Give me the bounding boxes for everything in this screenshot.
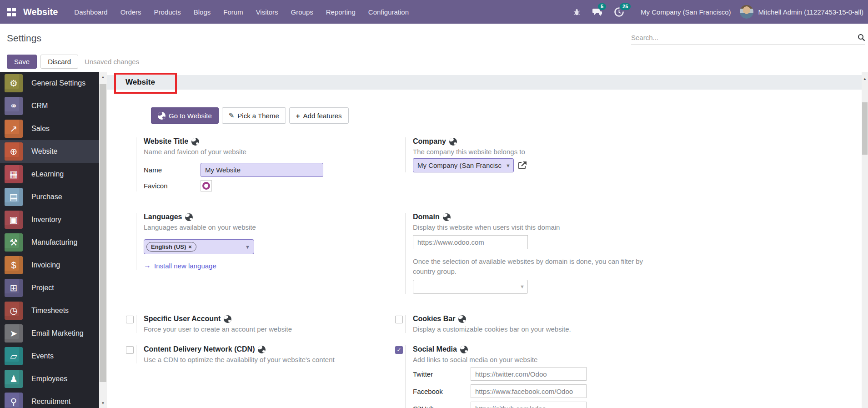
sidebar-item-project[interactable]: ⊞Project <box>0 277 99 299</box>
add-features-button[interactable]: + Add features <box>289 107 349 124</box>
website-scope-icon <box>458 315 466 323</box>
domain-input[interactable] <box>413 235 528 249</box>
sidebar-item-inventory[interactable]: ▣Inventory <box>0 208 99 231</box>
sidebar-item-manufacturing[interactable]: ⚒Manufacturing <box>0 231 99 254</box>
sidebar-item-events[interactable]: ▱Events <box>0 345 99 368</box>
nav-item-dashboard[interactable]: Dashboard <box>68 0 114 24</box>
specific-user-checkbox[interactable] <box>126 316 134 323</box>
nav-item-products[interactable]: Products <box>148 0 187 24</box>
setting-social-media: ✓ Social Media Add links to social media… <box>391 345 661 408</box>
setting-cdn: Content Delivery Network (CDN) Use a CDN… <box>122 345 391 408</box>
sidebar-item-label: Inventory <box>31 216 61 224</box>
pick-theme-button[interactable]: ✎ Pick a Theme <box>222 107 286 124</box>
cookies-bar-checkbox[interactable] <box>395 316 403 323</box>
social-media-checkbox[interactable]: ✓ <box>395 346 403 354</box>
discard-button[interactable]: Discard <box>40 55 78 69</box>
sidebar-item-email-marketing[interactable]: ➤Email Marketing <box>0 322 99 345</box>
presentation-icon: ▦ <box>5 165 23 183</box>
nav-item-configuration[interactable]: Configuration <box>362 0 415 24</box>
invoice-icon: $ <box>5 256 23 274</box>
plus-icon: + <box>296 112 300 120</box>
credit-card-icon: ▤ <box>5 188 23 206</box>
stopwatch-icon: ◷ <box>5 302 23 320</box>
twitter-url-input[interactable] <box>471 367 587 381</box>
search-box <box>631 34 865 45</box>
content-scrollbar[interactable]: ▲ <box>862 72 868 408</box>
sidebar-item-sales[interactable]: ↗Sales <box>0 117 99 140</box>
user-avatar[interactable] <box>740 5 753 19</box>
nav-item-blogs[interactable]: Blogs <box>187 0 217 24</box>
sidebar-item-recruitment[interactable]: ⚲Recruitment <box>0 390 99 408</box>
sidebar-item-elearning[interactable]: ▦eLearning <box>0 163 99 186</box>
search-icon[interactable] <box>858 34 865 41</box>
github-url-input[interactable] <box>471 402 587 408</box>
app-name[interactable]: Website <box>23 7 58 17</box>
setting-description: Name and favicon of your website <box>144 148 391 156</box>
sidebar-item-website[interactable]: ⊕Website <box>0 140 99 163</box>
scroll-up-arrow-icon[interactable]: ▲ <box>862 76 868 83</box>
nav-item-visitors[interactable]: Visitors <box>250 0 285 24</box>
setting-description: Display this website when users visit th… <box>413 223 661 231</box>
scrollbar-thumb[interactable] <box>100 84 106 382</box>
sidebar-item-label: Website <box>31 147 58 156</box>
scroll-up-arrow-icon[interactable]: ▲ <box>99 74 107 81</box>
language-tag: English (US)× <box>146 242 196 252</box>
sidebar-item-label: Timesheets <box>31 307 69 315</box>
chart-icon: ↗ <box>5 120 23 138</box>
sidebar-item-general-settings[interactable]: ⚙General Settings <box>0 72 99 95</box>
activities-count-badge: 25 <box>620 3 631 10</box>
setting-languages: Languages Languages available on your we… <box>122 213 391 315</box>
cdn-checkbox[interactable] <box>126 346 134 354</box>
nav-item-orders[interactable]: Orders <box>114 0 148 24</box>
setting-heading: Specific User Account <box>144 315 221 323</box>
search-input[interactable] <box>631 34 858 41</box>
chevron-down-icon: ▼ <box>245 244 250 250</box>
activities-clock-icon[interactable]: 25 <box>614 7 624 17</box>
sidebar-item-purchase[interactable]: ▤Purchase <box>0 186 99 208</box>
setting-heading: Content Delivery Network (CDN) <box>144 345 255 353</box>
sidebar-item-label: General Settings <box>31 79 85 87</box>
facebook-url-input[interactable] <box>471 384 587 398</box>
facebook-label: Facebook <box>413 388 471 395</box>
external-link-icon[interactable] <box>517 160 528 171</box>
sidebar-item-label: Purchase <box>31 193 62 201</box>
sidebar-item-label: eLearning <box>31 170 64 178</box>
sidebar-item-label: Email Marketing <box>31 329 84 337</box>
setting-heading: Website Title <box>144 137 188 146</box>
sidebar-item-employees[interactable]: ♟Employees <box>0 368 99 390</box>
languages-tag-select[interactable]: English (US)× ▼ <box>144 239 254 254</box>
install-language-link[interactable]: → Install new language <box>144 262 391 270</box>
sidebar-item-invoicing[interactable]: $Invoicing <box>0 254 99 277</box>
nav-item-reporting[interactable]: Reporting <box>320 0 362 24</box>
save-button[interactable]: Save <box>7 55 37 69</box>
social-row-twitter: Twitter <box>413 367 661 381</box>
setting-heading: Languages <box>144 213 182 221</box>
nav-item-forum[interactable]: Forum <box>217 0 249 24</box>
brush-icon: ✎ <box>229 111 235 120</box>
go-to-website-button[interactable]: Go to Website <box>151 107 219 124</box>
unsaved-changes-text: Unsaved changes <box>85 58 139 65</box>
favicon-image[interactable] <box>201 180 212 191</box>
user-menu[interactable]: Mitchell Admin (11227453-15-0-all) <box>758 8 863 16</box>
website-name-input[interactable] <box>201 163 323 177</box>
country-group-select[interactable]: ▼ <box>413 280 528 294</box>
sidebar-item-crm[interactable]: ⚭CRM <box>0 95 99 117</box>
sidebar-item-label: CRM <box>31 102 48 110</box>
sidebar-scrollbar[interactable]: ▲ ▼ <box>99 72 107 408</box>
scrollbar-thumb[interactable] <box>862 102 868 155</box>
messages-icon[interactable]: 5 <box>592 7 602 16</box>
debug-bug-icon[interactable] <box>573 8 581 16</box>
setting-heading: Cookies Bar <box>413 315 455 323</box>
sidebar-item-timesheets[interactable]: ◷Timesheets <box>0 299 99 322</box>
company-select[interactable]: My Company (San Francisc ▼ <box>413 158 514 172</box>
nav-item-groups[interactable]: Groups <box>285 0 320 24</box>
remove-tag-icon[interactable]: × <box>188 243 192 250</box>
control-panel: Settings <box>0 24 868 45</box>
company-switcher[interactable]: My Company (San Francisco) <box>641 8 731 16</box>
apps-menu-icon[interactable] <box>7 8 16 16</box>
scroll-down-arrow-icon[interactable]: ▼ <box>99 400 107 407</box>
sidebar-item-label: Employees <box>31 375 67 383</box>
main-menu: DashboardOrdersProductsBlogsForumVisitor… <box>68 0 415 24</box>
social-row-facebook: Facebook <box>413 384 661 398</box>
sidebar-item-label: Invoicing <box>31 261 60 269</box>
